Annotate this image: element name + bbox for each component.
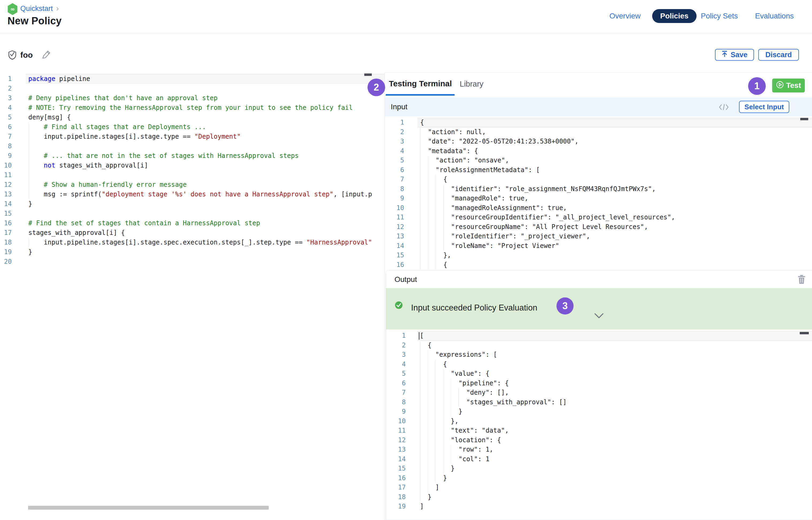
code-line: 1package pipeline [0,74,385,84]
output-json-editor[interactable]: 1[2 {3 "expressions": [4 {5 "value": {6 … [386,330,812,520]
line-number: 10 [0,161,12,170]
code-line: 3 "expressions": [ [386,350,812,360]
code-line: 10 }, [386,417,812,426]
line-number: 9 [0,151,12,161]
code-line: 5 "value": { [386,369,812,379]
svg-text:∞: ∞ [10,6,15,12]
annotation-badge-2: 2 [367,79,385,96]
code-line: 19] [386,502,812,512]
line-number: 10 [386,417,406,426]
edit-name-pencil-icon[interactable] [41,49,51,61]
code-line: 8 "stages_with_approval": [] [386,398,812,407]
code-line: 13 "roleIdentifier": "_project_viewer", [385,232,812,241]
line-number: 16 [385,260,404,270]
line-number: 6 [0,122,12,132]
line-number: 19 [386,502,406,512]
code-line: 5 "action": "onsave", [385,156,812,165]
line-number: 7 [385,175,404,184]
breadcrumb-quickstart-link[interactable]: Quickstart [20,4,53,13]
policy-code-editor[interactable]: 1package pipeline23# Deny pipelines that… [0,72,385,520]
test-button[interactable]: Test [772,79,805,93]
code-line: 2 { [386,341,812,350]
code-line: 6 "roleAssignmentMetadata": [ [385,165,812,175]
input-editor-minimap[interactable] [800,118,808,120]
line-number: 8 [385,184,404,194]
line-number: 11 [386,426,406,436]
code-line: 6 # Find all stages that are Deployments… [0,122,385,132]
code-line: 5deny[msg] { [0,112,385,122]
clear-output-trash-icon[interactable] [797,275,806,285]
code-line: 12 # Show a human-friendly error message [0,180,385,189]
nav-tab-policies-active[interactable]: Policies [652,9,696,23]
output-section-header: Output [386,270,812,288]
code-line: 10 "managedRoleAssignment": true, [385,203,812,213]
code-line: 9 "managedRole": true, [385,194,812,203]
code-line: 1[ [386,331,812,341]
policy-name: foo [20,51,33,59]
line-number: 3 [386,350,406,360]
output-editor-minimap[interactable] [800,332,809,334]
code-line: 7 { [385,175,812,184]
line-number: 16 [0,218,12,228]
code-line: 2 "action": null, [385,127,812,137]
line-number: 2 [386,341,406,350]
tab-testing-terminal[interactable]: Testing Terminal [389,79,452,88]
line-number: 15 [0,209,12,218]
code-line: 9 # ... that are not in the set of stage… [0,151,385,161]
line-number: 9 [386,407,406,417]
line-number: 2 [385,127,404,137]
tab-testing-terminal-underline [386,94,455,96]
line-number: 4 [0,103,12,112]
tab-library[interactable]: Library [460,80,483,88]
select-input-button[interactable]: Select Input [739,101,789,113]
upload-icon [721,50,728,59]
discard-button[interactable]: Discard [758,49,799,61]
code-line: 3# Deny pipelines that don't have an app… [0,93,385,103]
nav-tab-policy-sets[interactable]: Policy Sets [701,12,738,20]
line-number: 4 [386,360,406,369]
code-line: 13 msg := sprintf("deployment stage '%s'… [0,189,385,199]
line-number: 6 [386,379,406,388]
code-line: 14} [0,199,385,209]
policy-editor-page: ∞ Quickstart › New Policy Overview Polic… [0,0,812,520]
save-button-label: Save [731,51,747,59]
line-number: 8 [386,398,406,407]
line-number: 13 [385,232,404,241]
breadcrumb-separator: › [56,4,59,13]
collapse-chevron-down-icon[interactable] [594,313,604,320]
nav-tab-evaluations[interactable]: Evaluations [755,12,794,20]
line-number: 5 [386,369,406,379]
code-line: 15 } [386,464,812,473]
line-number: 5 [0,112,12,122]
code-line: 7 input.pipeline.stages[i].stage.type ==… [0,132,385,141]
code-line: 13 "row": 1, [386,445,812,454]
policy-editor-horizontal-scrollbar[interactable] [28,506,269,510]
policy-editor-minimap[interactable] [364,74,372,76]
code-line: 18 } [386,492,812,502]
discard-button-label: Discard [765,51,792,59]
line-number: 3 [385,137,404,147]
code-brackets-icon[interactable] [719,104,729,112]
code-line: 9 } [386,407,812,417]
line-number: 5 [385,156,404,165]
code-line: 17stages_with_approval[i] { [0,228,385,238]
input-json-editor[interactable]: 1{2 "action": null,3 "date": "2022-05-05… [385,116,812,270]
code-line: 11 [0,170,385,180]
line-number: 17 [0,228,12,238]
line-number: 13 [386,445,406,454]
line-number: 8 [0,141,12,151]
line-number: 9 [385,194,404,203]
save-button[interactable]: Save [715,49,754,61]
nav-tab-overview[interactable]: Overview [609,12,641,20]
line-number: 7 [386,388,406,398]
line-number: 18 [386,492,406,502]
policy-shield-icon [8,50,17,61]
line-number: 14 [385,241,404,251]
input-section-header: Input Select Input [385,98,812,116]
line-number: 17 [386,483,406,492]
text-cursor [419,332,420,340]
line-number: 19 [0,247,12,257]
annotation-badge-1: 1 [748,77,766,95]
code-line: 15 [0,209,385,218]
code-line: 3 "date": "2022-05-05T20:41:23.538+0000"… [385,137,812,147]
